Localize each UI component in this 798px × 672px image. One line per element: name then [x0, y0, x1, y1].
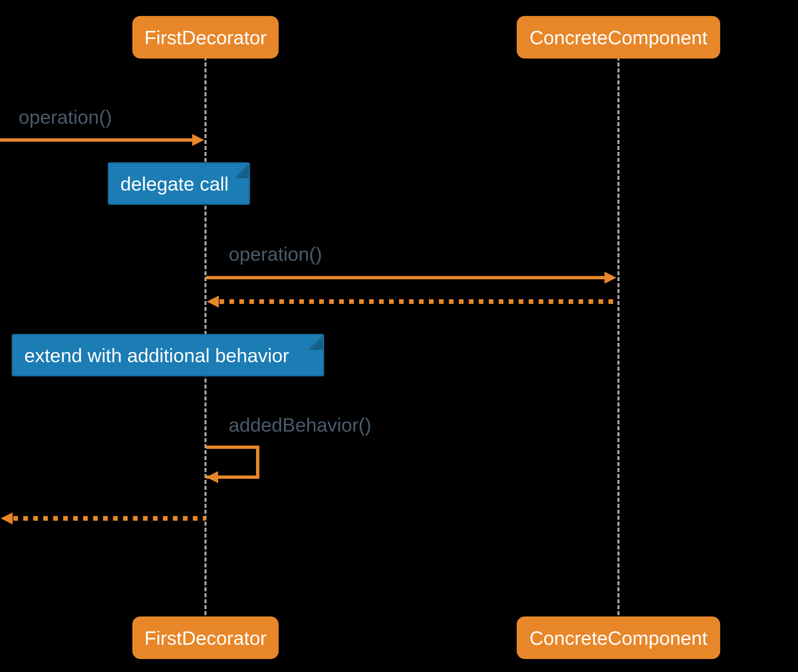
- message-added-behavior-label: addedBehavior(): [229, 414, 371, 436]
- arrowhead-icon: [207, 296, 219, 307]
- participant-label: ConcreteComponent: [529, 26, 707, 48]
- arrowhead-icon: [206, 471, 218, 483]
- message-operation-fwd-label: operation(): [229, 243, 322, 265]
- participant-first-decorator-top: FirstDecorator: [132, 16, 279, 59]
- sequence-diagram: FirstDecorator ConcreteComponent FirstDe…: [0, 0, 798, 672]
- note-extend-behavior: extend with additional behavior: [12, 334, 324, 376]
- arrowhead-icon: [192, 134, 204, 146]
- participant-concrete-component-top: ConcreteComponent: [517, 16, 720, 59]
- message-return-2-arrow: [13, 516, 205, 521]
- note-fold-icon: [308, 335, 323, 350]
- message-operation-fwd-arrow: [206, 276, 606, 279]
- note-delegate-call: delegate call: [108, 162, 250, 205]
- participant-first-decorator-bottom: FirstDecorator: [132, 616, 279, 659]
- note-text: extend with additional behavior: [24, 344, 289, 366]
- participant-concrete-component-bottom: ConcreteComponent: [517, 616, 720, 659]
- participant-label: ConcreteComponent: [529, 627, 707, 649]
- note-fold-icon: [234, 163, 249, 178]
- note-text: delegate call: [120, 173, 229, 195]
- lifeline-concrete-component: [617, 56, 619, 615]
- message-return-1-arrow: [219, 299, 618, 304]
- participant-label: FirstDecorator: [144, 627, 266, 649]
- message-operation-in-label: operation(): [19, 106, 112, 128]
- arrowhead-icon: [604, 272, 616, 284]
- participant-label: FirstDecorator: [144, 26, 266, 48]
- message-operation-in-arrow: [0, 138, 194, 142]
- arrowhead-icon: [1, 512, 13, 524]
